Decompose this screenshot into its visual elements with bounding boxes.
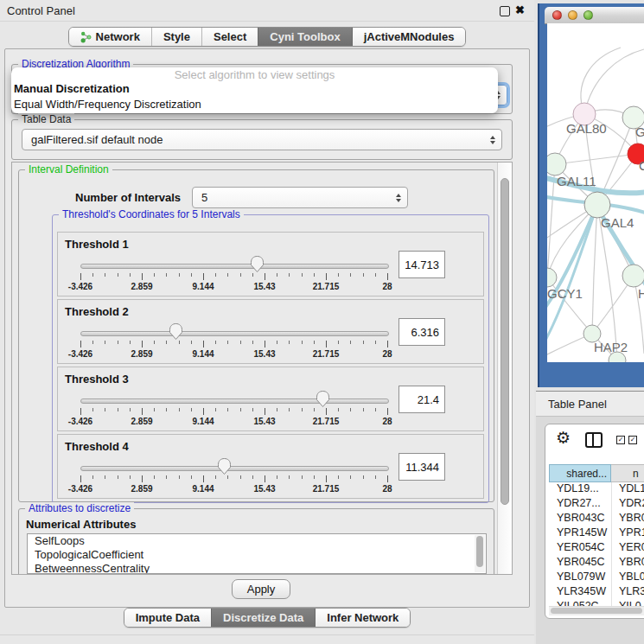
scrollbar-thumb[interactable] xyxy=(551,608,642,614)
cell-shared-name[interactable]: YBL079W xyxy=(549,571,611,585)
table-horizontal-scrollbar[interactable] xyxy=(549,606,644,615)
slider-track[interactable] xyxy=(80,399,389,404)
slider-thumb[interactable] xyxy=(316,390,330,408)
table-row[interactable]: YER054CYER0 xyxy=(549,541,644,556)
gear-icon[interactable]: ⚙ xyxy=(556,428,571,448)
cell-shared-name[interactable]: YER054C xyxy=(549,541,611,556)
threshold-value: 6.316 xyxy=(411,326,439,339)
attribute-list-item[interactable]: BetweennessCentrality xyxy=(28,562,486,574)
tab-discretize-data[interactable]: Discretize Data xyxy=(211,609,315,627)
threshold-value-box[interactable]: 14.713 xyxy=(399,251,445,278)
table-row[interactable]: YPR145WYPR1 xyxy=(549,526,644,541)
tab-network-label: Network xyxy=(96,30,140,43)
scrollbar-thumb[interactable] xyxy=(476,536,483,567)
tab-jactivemnodules[interactable]: jActiveMNodules xyxy=(352,28,466,46)
minimize-traffic-light-icon[interactable] xyxy=(568,10,577,20)
settings-vertical-scrollbar[interactable] xyxy=(497,163,513,574)
cell-name[interactable]: YBR0 xyxy=(611,512,644,526)
cell-shared-name[interactable]: YPR145W xyxy=(549,526,611,541)
network-node[interactable] xyxy=(622,265,644,287)
interval-definition-group: Interval Definition Number of Intervals … xyxy=(18,169,494,502)
close-traffic-light-icon[interactable] xyxy=(552,10,562,20)
threshold-value-box[interactable]: 11.344 xyxy=(399,453,445,481)
cell-name[interactable]: YPR1 xyxy=(611,526,644,541)
cell-name[interactable]: YDR2 xyxy=(611,497,644,512)
table-row[interactable]: YDR27...YDR2 xyxy=(549,497,644,512)
table-data-combobox[interactable]: galFiltered.sif default node xyxy=(22,129,502,150)
column-header-shared-name[interactable]: shared... xyxy=(549,464,611,482)
window-title: Control Panel xyxy=(7,4,75,17)
threshold-label: Threshold 2 xyxy=(65,305,129,318)
network-node[interactable] xyxy=(547,268,557,287)
tab-cyni-toolbox[interactable]: Cyni Toolbox xyxy=(258,28,351,46)
cell-name[interactable]: YBL0 xyxy=(611,571,644,585)
cell-name[interactable]: YDL1 xyxy=(611,482,644,497)
combo-spinner-icon xyxy=(396,194,401,202)
table-row[interactable]: YBR045CYBR0 xyxy=(549,556,644,571)
cell-name[interactable]: YLR3 xyxy=(611,585,644,600)
network-edge[interactable] xyxy=(592,205,597,334)
network-node-label: G. xyxy=(635,124,644,139)
cell-shared-name[interactable]: YLR345W xyxy=(549,585,611,600)
tab-infer-network[interactable]: Infer Network xyxy=(315,609,410,627)
algorithm-hint-item[interactable]: Select algorithm to view settings xyxy=(11,67,498,81)
tick-label: 15.43 xyxy=(253,417,275,426)
control-panel-titlebar: Control Panel ✖ xyxy=(0,0,534,22)
window-bottom-edge xyxy=(0,634,534,635)
tab-network[interactable]: Network xyxy=(69,28,151,46)
scrollbar-thumb[interactable] xyxy=(501,178,509,505)
threshold-value-box[interactable]: 21.4 xyxy=(399,386,445,413)
slider-thumb[interactable] xyxy=(250,255,265,273)
slider-thumb[interactable] xyxy=(217,457,232,475)
checkbox-icon[interactable]: ✓ xyxy=(616,436,625,444)
threshold-value: 11.344 xyxy=(405,461,439,474)
tab-impute-data[interactable]: Impute Data xyxy=(124,609,211,627)
num-intervals-combobox[interactable]: 5 xyxy=(192,187,408,208)
slider-thumb[interactable] xyxy=(169,322,183,341)
numerical-attributes-list[interactable]: SelfLoopsTopologicalCoefficientBetweenne… xyxy=(27,533,487,574)
cell-shared-name[interactable]: YDL19... xyxy=(549,482,611,497)
num-intervals-value: 5 xyxy=(201,191,207,204)
tick-label: 21.715 xyxy=(313,349,340,359)
network-node[interactable] xyxy=(584,192,610,218)
columns-icon[interactable] xyxy=(585,432,603,448)
column-header-name[interactable]: n xyxy=(611,464,644,482)
table-row[interactable]: YBR043CYBR0 xyxy=(549,512,644,526)
network-canvas[interactable]: GAL80G.CGAL11GAL4GCY1HHAP2 xyxy=(547,23,644,362)
network-window-titlebar[interactable] xyxy=(545,7,644,24)
tick-label: 9.144 xyxy=(192,349,214,359)
tick-label: 21.715 xyxy=(313,484,340,494)
num-intervals-label: Number of Intervals xyxy=(75,191,181,204)
slider-track[interactable] xyxy=(80,264,389,269)
cell-shared-name[interactable]: YBR045C xyxy=(549,556,611,571)
cell-name[interactable]: YER0 xyxy=(611,541,644,556)
cell-name[interactable]: YBR0 xyxy=(611,556,644,571)
table-panel-titlebar: Table Panel xyxy=(536,391,644,417)
algorithm-option-equal-width[interactable]: Equal Width/Frequency Discretization xyxy=(11,97,498,112)
algorithm-option-manual[interactable]: Manual Discretization xyxy=(11,81,498,97)
tab-select[interactable]: Select xyxy=(201,28,258,46)
apply-button[interactable]: Apply xyxy=(232,579,290,599)
attributes-scrollbar[interactable] xyxy=(475,535,485,572)
cell-shared-name[interactable]: YBR043C xyxy=(549,512,611,526)
network-edge[interactable] xyxy=(555,154,638,164)
threshold-value-box[interactable]: 6.316 xyxy=(399,318,445,346)
table-row[interactable]: YBL079WYBL0 xyxy=(549,571,644,585)
tab-style[interactable]: Style xyxy=(151,28,201,46)
float-window-icon[interactable] xyxy=(500,6,510,16)
network-edge[interactable] xyxy=(584,49,644,114)
cell-shared-name[interactable]: YDR27... xyxy=(549,497,611,512)
tick-label: 21.715 xyxy=(313,417,340,426)
checkbox-icon[interactable]: ✓ xyxy=(628,436,637,444)
attribute-list-item[interactable]: SelfLoops xyxy=(28,534,486,548)
tick-label: 2.859 xyxy=(131,282,152,291)
network-node[interactable] xyxy=(547,153,566,175)
attribute-list-item[interactable]: TopologicalCoefficient xyxy=(28,548,486,562)
slider-track[interactable] xyxy=(80,331,389,336)
table-row[interactable]: YLR345WYLR3 xyxy=(549,585,644,600)
close-icon[interactable]: ✖ xyxy=(515,3,525,16)
zoom-traffic-light-icon[interactable] xyxy=(583,10,593,20)
slider-track[interactable] xyxy=(80,466,389,471)
top-tab-bar: Network Style Select Cyni Toolbox jActiv… xyxy=(0,27,534,47)
table-row[interactable]: YDL19...YDL1 xyxy=(549,482,644,497)
